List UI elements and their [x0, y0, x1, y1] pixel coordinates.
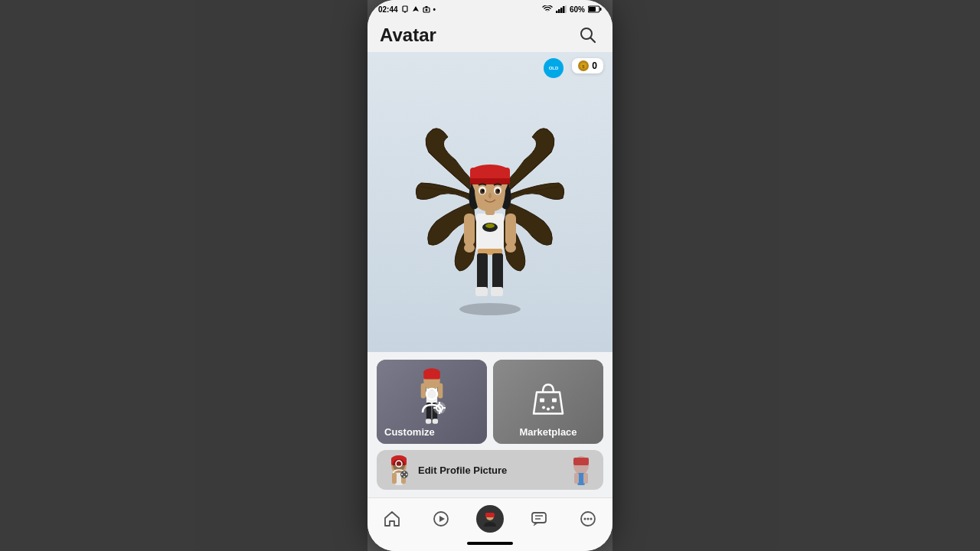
svg-point-25 [485, 223, 495, 228]
svg-rect-49 [423, 371, 439, 380]
robux-badge[interactable]: $ 0 [572, 58, 603, 73]
robux-amount: 0 [592, 60, 597, 71]
nav-more-button[interactable] [573, 504, 603, 534]
blue-badge[interactable]: OLD [544, 58, 564, 78]
app-header: Avatar [368, 18, 612, 52]
marketplace-tile-bg: Marketplace [493, 360, 603, 444]
search-icon [580, 27, 596, 44]
svg-point-67 [551, 406, 554, 409]
left-dimmed-panel [0, 0, 368, 551]
svg-rect-6 [556, 11, 558, 13]
svg-point-94 [584, 517, 586, 520]
battery-icon [588, 5, 602, 13]
avatar-display-area: $ 0 OLD [368, 52, 612, 352]
bottom-navigation [368, 497, 612, 539]
svg-rect-32 [505, 214, 516, 246]
phone-frame: 02:44 • 60% [368, 0, 612, 551]
svg-rect-82 [573, 458, 589, 465]
play-icon [433, 510, 449, 527]
wifi-icon [542, 5, 553, 13]
svg-rect-90 [532, 513, 546, 523]
nav-home-button[interactable] [377, 504, 407, 534]
battery-percent: 60% [570, 5, 585, 14]
svg-rect-12 [600, 8, 602, 11]
svg-rect-10 [565, 5, 567, 13]
svg-rect-30 [491, 287, 503, 296]
camera-icon [423, 5, 430, 13]
svg-rect-55 [433, 419, 438, 423]
svg-rect-39 [470, 178, 510, 184]
home-bar-indicator [467, 542, 513, 545]
avatar-character [413, 83, 567, 321]
chat-icon [531, 510, 547, 527]
svg-point-18 [459, 303, 521, 315]
dot-indicator: • [433, 5, 436, 14]
svg-point-56 [426, 389, 437, 399]
svg-rect-85 [583, 473, 588, 484]
location-icon [412, 5, 420, 13]
svg-rect-63 [540, 399, 544, 403]
profile-right-character [568, 453, 594, 487]
svg-rect-54 [426, 419, 431, 423]
svg-point-95 [587, 517, 590, 520]
svg-point-96 [590, 517, 593, 520]
marketplace-tile[interactable]: Marketplace [493, 360, 603, 444]
svg-line-15 [591, 38, 596, 43]
more-icon [580, 510, 596, 527]
svg-point-45 [498, 190, 500, 192]
svg-point-33 [464, 243, 475, 253]
svg-marker-87 [439, 516, 445, 522]
svg-marker-2 [413, 6, 419, 11]
svg-rect-13 [589, 7, 596, 11]
nav-chat-button[interactable] [524, 504, 554, 534]
svg-point-66 [547, 408, 550, 411]
home-indicator-area [368, 539, 612, 551]
search-button[interactable] [576, 23, 600, 47]
marketplace-icon [528, 377, 569, 419]
customize-label: Customize [384, 426, 435, 438]
svg-rect-0 [403, 6, 407, 11]
nav-avatar-circle [476, 505, 504, 533]
status-bar: 02:44 • 60% [368, 0, 612, 18]
signal-icon [556, 5, 567, 13]
svg-rect-8 [560, 8, 563, 13]
blue-badge-text: OLD [549, 66, 559, 70]
svg-rect-89 [485, 513, 495, 517]
svg-rect-1 [404, 11, 406, 13]
edit-profile-label: Edit Profile Picture [418, 465, 562, 476]
edit-profile-button[interactable]: Edit Profile Picture [377, 450, 603, 490]
home-icon [384, 510, 400, 527]
svg-rect-64 [552, 399, 557, 403]
svg-rect-9 [563, 6, 565, 13]
marketplace-label: Marketplace [519, 426, 577, 438]
svg-rect-84 [574, 473, 579, 484]
action-grid: Customize [377, 360, 603, 444]
svg-rect-5 [425, 6, 427, 8]
svg-rect-28 [492, 253, 503, 292]
status-right: 60% [542, 5, 602, 14]
customize-icon-overlay [416, 385, 447, 416]
svg-rect-29 [475, 287, 488, 296]
page-title: Avatar [380, 24, 436, 46]
status-left: 02:44 • [378, 5, 436, 14]
customize-tile[interactable]: Customize [377, 360, 487, 444]
nav-play-button[interactable] [426, 504, 456, 534]
time-display: 02:44 [378, 5, 398, 14]
robux-coin-icon: $ [578, 60, 589, 71]
nav-avatar-button[interactable] [475, 504, 505, 534]
right-dimmed-panel [612, 0, 980, 551]
svg-point-4 [425, 9, 427, 11]
profile-left-character [386, 453, 412, 487]
svg-rect-27 [477, 253, 488, 292]
bottom-actions-area: Customize [368, 352, 612, 497]
svg-rect-31 [464, 214, 475, 246]
notification-icon [401, 5, 409, 13]
svg-point-34 [505, 243, 516, 253]
svg-rect-72 [392, 473, 397, 484]
svg-point-44 [482, 190, 485, 192]
svg-rect-7 [558, 9, 560, 13]
customize-tile-bg: Customize [377, 360, 487, 444]
svg-point-65 [542, 406, 545, 409]
